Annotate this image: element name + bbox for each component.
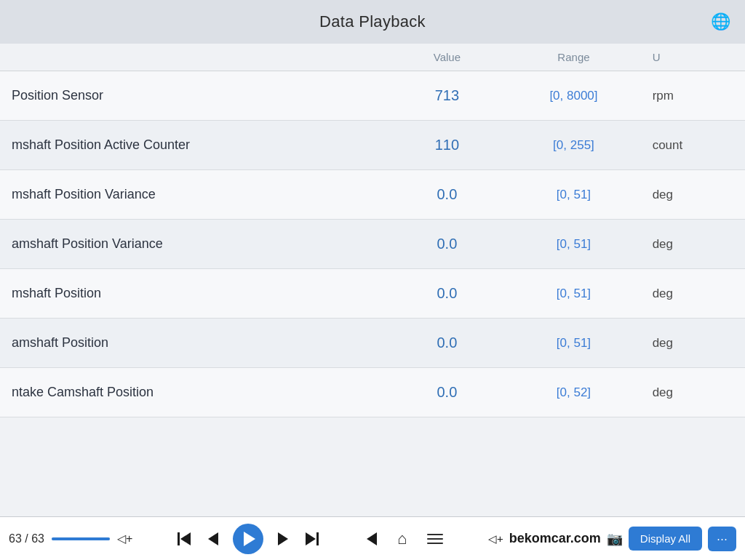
cell-unit: deg bbox=[641, 319, 745, 368]
cell-range: [0, 255] bbox=[506, 121, 640, 170]
back-icon bbox=[208, 532, 218, 545]
play-icon bbox=[244, 532, 255, 546]
cell-unit: deg bbox=[641, 269, 745, 319]
cell-unit: rpm bbox=[641, 71, 745, 121]
extra-button[interactable]: ⋯ bbox=[708, 527, 736, 551]
page-separator: / bbox=[25, 532, 31, 545]
skip-end-icon bbox=[306, 532, 319, 545]
page-title: Data Playback bbox=[319, 12, 426, 31]
table-row[interactable]: amshaft Position0.0[0, 51]deg bbox=[0, 319, 745, 368]
camera-icon[interactable]: 📷 bbox=[607, 531, 623, 547]
forward-icon bbox=[278, 532, 288, 545]
table-row[interactable]: amshaft Position Variance0.0[0, 51]deg bbox=[0, 220, 745, 269]
table-row[interactable]: mshaft Position Active Counter110[0, 255… bbox=[0, 121, 745, 170]
bekomcar-logo: bekomcar.com bbox=[509, 531, 601, 546]
cell-unit: deg bbox=[641, 220, 745, 269]
cell-range: [0, 52] bbox=[506, 368, 640, 417]
back-button[interactable] bbox=[205, 529, 221, 548]
table-row[interactable]: mshaft Position Variance0.0[0, 51]deg bbox=[0, 170, 745, 220]
skip-start-icon bbox=[178, 532, 191, 545]
cell-range: [0, 51] bbox=[506, 319, 640, 368]
cell-name: Position Sensor bbox=[0, 71, 387, 121]
home-icon: ⌂ bbox=[397, 529, 407, 548]
header: Data Playback 🌐 bbox=[0, 0, 745, 44]
volume-icon[interactable]: ◁+ bbox=[117, 532, 132, 545]
cell-name: ntake Camshaft Position bbox=[0, 368, 387, 417]
home-button[interactable]: ⌂ bbox=[394, 527, 410, 551]
col-header-range: Range bbox=[506, 44, 640, 71]
table-container: Value Range U Position Sensor713[0, 8000… bbox=[0, 44, 745, 516]
page-total: 63 bbox=[31, 532, 44, 545]
cell-name: mshaft Position bbox=[0, 269, 387, 319]
forward-button[interactable] bbox=[275, 529, 291, 548]
cell-value: 713 bbox=[387, 71, 506, 121]
col-header-value: Value bbox=[387, 44, 506, 71]
table-row[interactable]: ntake Camshaft Position0.0[0, 52]deg bbox=[0, 368, 745, 417]
bottom-bar: 63 / 63 ◁+ bbox=[0, 516, 745, 560]
cell-value: 0.0 bbox=[387, 220, 506, 269]
table-row[interactable]: mshaft Position0.0[0, 51]deg bbox=[0, 269, 745, 319]
page-current: 63 bbox=[9, 532, 22, 545]
menu-button[interactable] bbox=[424, 531, 446, 547]
nav-back-icon bbox=[367, 532, 377, 545]
progress-bar[interactable] bbox=[52, 537, 110, 540]
playback-controls bbox=[175, 524, 322, 554]
table-header-row: Value Range U bbox=[0, 44, 745, 71]
cell-range: [0, 51] bbox=[506, 269, 640, 319]
globe-icon[interactable]: 🌐 bbox=[707, 9, 733, 35]
cell-value: 0.0 bbox=[387, 170, 506, 220]
col-header-unit: U bbox=[641, 44, 745, 71]
hamburger-icon bbox=[427, 534, 443, 544]
cell-value: 0.0 bbox=[387, 269, 506, 319]
play-button[interactable] bbox=[233, 524, 263, 554]
volume-right-label: ◁+ bbox=[488, 532, 503, 545]
nav-icons: ⌂ bbox=[364, 527, 446, 551]
skip-to-end-button[interactable] bbox=[303, 529, 322, 548]
bottom-right-area: ◁+ bekomcar.com 📷 Display All ⋯ bbox=[488, 527, 736, 551]
cell-name: mshaft Position Variance bbox=[0, 170, 387, 220]
cell-value: 0.0 bbox=[387, 319, 506, 368]
cell-unit: deg bbox=[641, 368, 745, 417]
cell-range: [0, 8000] bbox=[506, 71, 640, 121]
cell-name: amshaft Position Variance bbox=[0, 220, 387, 269]
col-header-name bbox=[0, 44, 387, 71]
data-table: Value Range U Position Sensor713[0, 8000… bbox=[0, 44, 745, 417]
display-all-button[interactable]: Display All bbox=[629, 527, 702, 551]
bottom-left-area: 63 / 63 ◁+ bbox=[9, 532, 132, 545]
back-nav-button[interactable] bbox=[364, 529, 380, 548]
cell-unit: count bbox=[641, 121, 745, 170]
page-info: 63 / 63 bbox=[9, 532, 44, 545]
cell-value: 110 bbox=[387, 121, 506, 170]
progress-bar-fill bbox=[52, 537, 110, 540]
table-row[interactable]: Position Sensor713[0, 8000]rpm bbox=[0, 71, 745, 121]
cell-range: [0, 51] bbox=[506, 220, 640, 269]
cell-range: [0, 51] bbox=[506, 170, 640, 220]
cell-value: 0.0 bbox=[387, 368, 506, 417]
skip-to-start-button[interactable] bbox=[175, 529, 194, 548]
cell-name: mshaft Position Active Counter bbox=[0, 121, 387, 170]
cell-unit: deg bbox=[641, 170, 745, 220]
volume-right-area[interactable]: ◁+ bbox=[488, 532, 503, 545]
cell-name: amshaft Position bbox=[0, 319, 387, 368]
